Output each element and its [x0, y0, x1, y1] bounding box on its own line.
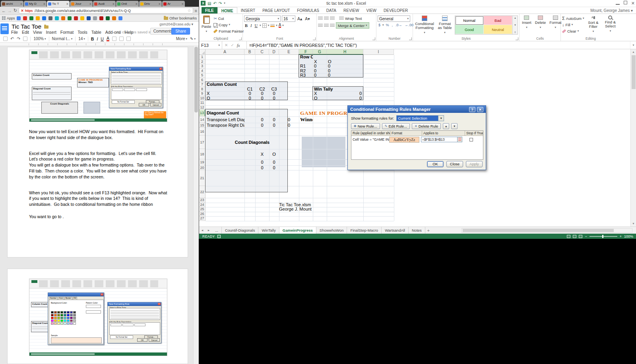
align-left-icon[interactable]	[318, 24, 323, 27]
close-tab-icon[interactable]: ×	[43, 2, 45, 6]
zoom-slider[interactable]	[589, 236, 617, 237]
bookmark-favicon[interactable]	[112, 16, 116, 20]
row-header-14[interactable]: 14	[199, 116, 206, 123]
move-to-folder-icon[interactable]	[44, 25, 48, 29]
bookmark-favicon[interactable]	[87, 16, 91, 20]
row-header-13[interactable]: 13	[199, 110, 206, 116]
rule-row[interactable]: Cell Value = "GAME IN P... AaBbCcYyZz =$…	[351, 136, 483, 143]
bookmark-favicon[interactable]	[99, 16, 103, 20]
conditional-formatting-button[interactable]: Conditional Formatting▾	[414, 15, 435, 36]
other-bookmarks-button[interactable]: Other bookmarks	[164, 16, 197, 20]
list-icon[interactable]	[126, 37, 131, 41]
sheet-tab[interactable]: ShowwhoWon	[316, 227, 347, 234]
font-color-icon[interactable]: A	[279, 23, 281, 28]
embedded-screenshot-excel-1[interactable]: Column Count Diagonal Count GAME IN PROG…	[29, 50, 167, 122]
clear-button[interactable]: Clear▾	[562, 28, 584, 34]
column-header-I[interactable]: I	[363, 49, 394, 55]
cancel-entry-icon[interactable]: ✕	[225, 43, 228, 47]
ribbon-tab[interactable]: PAGE LAYOUT	[259, 7, 293, 14]
italic-button[interactable]: I	[97, 37, 98, 41]
menu-item[interactable]: File	[11, 30, 18, 35]
bookmark-favicon[interactable]	[36, 16, 40, 20]
scrollbar-thumb[interactable]	[632, 55, 636, 89]
browser-tab[interactable]: Jour ×	[70, 1, 93, 7]
zoom-percentage[interactable]: 100%	[624, 234, 633, 238]
bookmark-favicon[interactable]	[93, 16, 97, 20]
cell-style[interactable]: Neutral	[484, 25, 512, 34]
sheet-tab[interactable]: WinTally	[258, 227, 279, 234]
row-header-6[interactable]: 6	[199, 78, 206, 83]
bookmark-favicon[interactable]	[74, 16, 78, 20]
column-header-B[interactable]: B	[244, 49, 255, 55]
vertical-scrollbar[interactable]: ▲ ▼	[630, 49, 636, 227]
row-header-16[interactable]: 16	[199, 128, 206, 136]
format-as-table-button[interactable]: Format as Table▾	[436, 15, 454, 36]
move-rule-down-icon[interactable]: ▼	[451, 123, 458, 129]
cell-style[interactable]: Normal	[455, 16, 484, 25]
browser-tab[interactable]: Driv ×	[139, 1, 162, 7]
paragraph[interactable]: Now you want to tell Excel HOW you want …	[29, 129, 168, 141]
alignment-icon[interactable]	[119, 37, 124, 41]
enter-entry-icon[interactable]: ✓	[231, 43, 234, 47]
maximize-icon[interactable]	[624, 1, 627, 4]
undo-icon[interactable]: ↶	[10, 36, 14, 41]
ribbon-tab[interactable]: VIEW	[363, 7, 380, 14]
more-button[interactable]: More▾	[176, 37, 187, 41]
page-layout-view-icon[interactable]	[573, 235, 576, 238]
bookmark-favicon[interactable]	[29, 16, 33, 20]
bookmark-favicon[interactable]	[17, 16, 21, 20]
underline-button[interactable]: U	[101, 37, 104, 41]
menu-item[interactable]: View	[33, 30, 42, 35]
qat-customize-icon[interactable]: ▾	[224, 2, 225, 5]
browser-tab[interactable]: Ar ×	[162, 1, 185, 7]
help-icon[interactable]: ?	[469, 107, 475, 112]
paragraph-style-select[interactable]: Normal t...▾	[52, 37, 73, 41]
spreadsheet-cell-F14[interactable]: Winner:	[299, 116, 313, 123]
browser-tab[interactable]: My D ×	[24, 1, 47, 7]
prev-sheet-icon[interactable]: ◄	[199, 227, 206, 234]
find-select-button[interactable]: Find & Select▾	[602, 15, 618, 36]
name-box[interactable]: F13▾	[199, 41, 222, 49]
user-name[interactable]: Mount, George James ▾	[590, 8, 633, 13]
row-header-22[interactable]: 22	[199, 186, 206, 198]
scroll-down-icon[interactable]: ▼	[631, 221, 636, 227]
borders-icon[interactable]	[262, 23, 267, 28]
redo-icon[interactable]: ↷	[219, 1, 222, 6]
zoom-select[interactable]: 100%▾	[33, 37, 46, 41]
alignment-dialog-launcher[interactable]	[372, 37, 375, 40]
forward-icon[interactable]: →	[8, 8, 12, 13]
fill-button[interactable]: ↓Fill▾	[562, 22, 584, 27]
close-tab-icon[interactable]: ×	[20, 2, 22, 6]
row-header-23[interactable]: 23	[199, 198, 206, 203]
underline-button[interactable]: U	[254, 23, 259, 28]
paragraph[interactable]: When you hit ok, you should see a cell F…	[29, 190, 168, 207]
wrap-text-button[interactable]: Wrap Text	[339, 15, 362, 21]
close-tab-icon[interactable]: ×	[112, 2, 114, 6]
column-header-D[interactable]: D	[269, 49, 279, 55]
text-color-button[interactable]: A	[107, 37, 109, 41]
insert-cells-button[interactable]: Insert▾	[521, 15, 533, 36]
close-button[interactable]: Close	[446, 161, 463, 167]
clipboard-dialog-launcher[interactable]	[239, 37, 242, 40]
back-icon[interactable]: ←	[2, 8, 6, 13]
print-icon[interactable]	[3, 37, 8, 41]
sheet-tab[interactable]: FinalStep-Macro	[347, 227, 382, 234]
align-right-icon[interactable]	[330, 24, 335, 27]
document-page-2[interactable]: Column Count Diagonal Count ✕ NumberFont…	[7, 269, 188, 364]
move-rule-up-icon[interactable]: ▲	[443, 123, 449, 129]
ruler[interactable]	[0, 43, 199, 46]
stop-if-true-checkbox[interactable]	[469, 138, 473, 141]
bookmark-favicon[interactable]	[68, 16, 72, 20]
share-button[interactable]: Share	[171, 28, 190, 35]
menu-item[interactable]: Tools	[78, 30, 87, 35]
select-all-corner[interactable]	[199, 49, 206, 55]
row-header-3[interactable]: 3	[199, 64, 206, 69]
range-picker-icon[interactable]	[457, 137, 462, 142]
row-header-27[interactable]: 27	[199, 216, 206, 221]
insert-link-icon[interactable]	[112, 37, 116, 41]
zoom-in-icon[interactable]: +	[620, 234, 622, 238]
star-document-icon[interactable]: ☆	[39, 24, 42, 29]
column-header-C[interactable]: C	[255, 49, 269, 55]
browser-tab[interactable]: Onli ×	[116, 1, 139, 7]
browser-tab[interactable]: Tic T ×	[47, 1, 70, 7]
